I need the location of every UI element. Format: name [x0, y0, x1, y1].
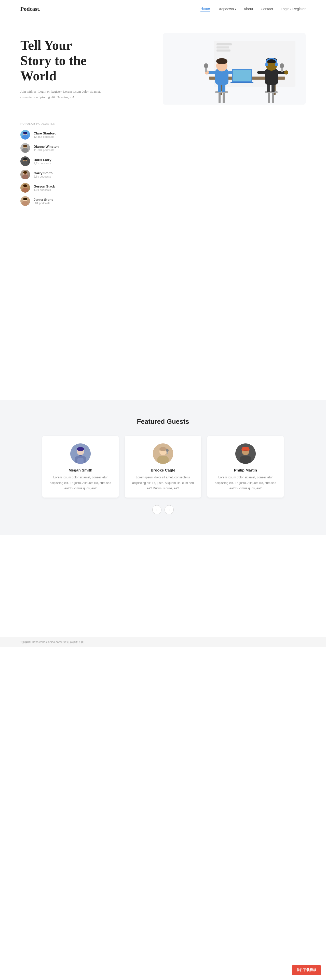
guest-name-1: Megan Smith: [48, 468, 112, 472]
svg-rect-72: [241, 449, 250, 450]
podcaster-info-5: Gerson Stack 1,9k podcasts: [33, 185, 55, 191]
svg-point-45: [23, 158, 27, 161]
svg-point-37: [284, 70, 288, 75]
hero-image: [163, 33, 305, 105]
guest-name-2: Brooke Cagle: [131, 468, 195, 472]
footer-bar: 访问网址:https://bbs.xianiao.com获取更多模板下载: [0, 637, 326, 647]
svg-point-48: [23, 171, 27, 174]
list-item: Garry Smith 2,6k podcasts: [21, 170, 305, 179]
svg-rect-27: [272, 84, 275, 92]
svg-rect-8: [218, 93, 220, 103]
podcaster-avatar-2[interactable]: [21, 143, 30, 153]
podcaster-avatar-1[interactable]: [21, 130, 30, 140]
popular-section: POPULAR PODCASTER Clare Stanford 12,458 …: [0, 115, 326, 221]
podcaster-name: Gerson Stack: [33, 185, 55, 188]
nav-about[interactable]: About: [244, 7, 253, 11]
nav-login-register[interactable]: Login / Register: [281, 7, 305, 11]
svg-rect-73: [240, 456, 251, 464]
svg-point-40: [22, 134, 28, 140]
bottom-spacer: [0, 535, 326, 637]
svg-point-64: [160, 447, 166, 451]
nav-links: Home Dropdown About Contact Login / Regi…: [201, 6, 305, 11]
navbar: Podcast. Home Dropdown About Contact Log…: [0, 0, 326, 18]
footer-text: 访问网址:https://bbs.xianiao.com获取更多模板下载: [21, 640, 84, 643]
podcaster-avatar-5[interactable]: [21, 183, 30, 192]
svg-rect-25: [272, 93, 274, 103]
hero-illustration: [163, 33, 305, 105]
podcaster-count: 12,458 podcasts: [33, 135, 57, 138]
podcaster-count: 11,301 podcasts: [33, 148, 59, 151]
svg-point-67: [166, 449, 169, 452]
nav-dropdown[interactable]: Dropdown: [217, 7, 236, 11]
guest-avatar-3: [235, 444, 256, 464]
podcaster-info-4: Garry Smith 2,6k podcasts: [33, 171, 52, 178]
guest-avatar-2: [153, 444, 173, 464]
svg-rect-28: [265, 69, 278, 85]
podcaster-info-1: Clare Stanford 12,458 podcasts: [33, 131, 57, 138]
featured-section: Featured Guests Megan Smith Lorem ipsum …: [0, 400, 326, 535]
list-item: Boris Larry 9,2k podcasts: [21, 156, 305, 166]
svg-point-42: [23, 145, 27, 147]
svg-rect-31: [265, 63, 267, 66]
carousel-next-button[interactable]: →: [165, 505, 174, 514]
hero-description: Join with us! Login or Register. Lorem i…: [21, 89, 102, 100]
svg-point-46: [22, 161, 28, 166]
guest-desc-3: Lorem ipsum dolor sit amet, consectetur …: [214, 475, 278, 492]
hero-text: Tell Your Story to the World Join with u…: [21, 38, 102, 100]
podcaster-list: Clare Stanford 12,458 podcasts Dianne Wi…: [21, 130, 305, 206]
svg-point-43: [22, 148, 28, 153]
svg-rect-24: [268, 93, 270, 103]
list-item: Gerson Stack 1,9k podcasts: [21, 183, 305, 192]
svg-rect-7: [215, 91, 228, 93]
svg-rect-2: [217, 46, 229, 48]
svg-rect-21: [231, 82, 253, 83]
svg-rect-32: [275, 63, 278, 66]
hero-title: Tell Your Story to the World: [21, 38, 102, 83]
svg-point-52: [22, 188, 28, 192]
carousel-nav: ← →: [21, 505, 305, 514]
svg-point-39: [23, 132, 27, 134]
guest-cards-container: Megan Smith Lorem ipsum dolor sit amet, …: [21, 436, 305, 498]
svg-rect-10: [218, 84, 221, 92]
podcaster-count: 1,9k podcasts: [33, 188, 55, 191]
featured-title: Featured Guests: [21, 418, 305, 426]
podcaster-count: 2,6k podcasts: [33, 175, 52, 178]
svg-point-54: [23, 198, 27, 200]
guest-name-3: Philip Martin: [214, 468, 278, 472]
hero-section: Tell Your Story to the World Join with u…: [0, 18, 326, 115]
podcaster-info-2: Dianne Winston 11,301 podcasts: [33, 145, 59, 151]
podcaster-avatar-6[interactable]: [21, 196, 30, 206]
section-label: POPULAR PODCASTER: [21, 123, 305, 125]
guest-card-1: Megan Smith Lorem ipsum dolor sit amet, …: [42, 436, 119, 498]
svg-point-19: [204, 63, 208, 68]
podcaster-count: 801 podcasts: [33, 202, 53, 205]
podcaster-count: 9,2k podcasts: [33, 162, 51, 165]
guest-card-2: Brooke Cagle Lorem ipsum dolor sit amet,…: [125, 436, 201, 498]
svg-rect-23: [265, 91, 278, 93]
svg-rect-33: [257, 71, 265, 74]
svg-rect-11: [222, 84, 225, 92]
svg-rect-22: [233, 70, 251, 81]
podcaster-info-3: Boris Larry 9,2k podcasts: [33, 158, 51, 165]
svg-point-14: [216, 58, 228, 64]
podcaster-name: Jenna Stone: [33, 198, 53, 202]
svg-point-49: [22, 174, 28, 179]
nav-home[interactable]: Home: [201, 6, 210, 11]
nav-logo[interactable]: Podcast.: [21, 6, 41, 12]
list-item: Jenna Stone 801 podcasts: [21, 196, 305, 206]
svg-point-51: [23, 185, 27, 187]
middle-spacer: [0, 221, 326, 400]
podcaster-name: Boris Larry: [33, 158, 51, 162]
svg-point-60: [77, 447, 84, 451]
podcaster-name: Garry Smith: [33, 171, 52, 175]
nav-contact[interactable]: Contact: [261, 7, 273, 11]
podcaster-avatar-3[interactable]: [21, 156, 30, 166]
podcaster-name: Clare Stanford: [33, 131, 57, 135]
carousel-prev-button[interactable]: ←: [152, 505, 161, 514]
svg-rect-9: [223, 93, 225, 103]
svg-rect-26: [267, 84, 270, 92]
svg-rect-3: [217, 49, 231, 51]
svg-point-55: [22, 201, 28, 206]
podcaster-avatar-4[interactable]: [21, 170, 30, 179]
hero-svg: [163, 33, 305, 105]
